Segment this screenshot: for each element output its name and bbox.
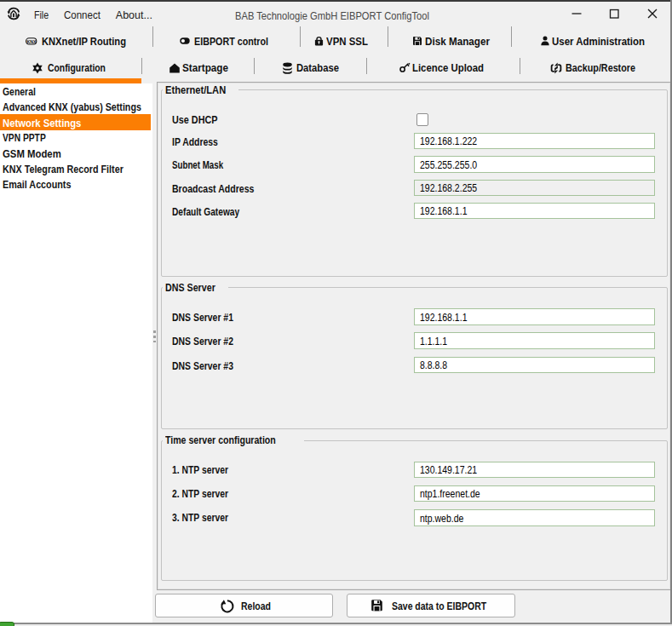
- svg-text:KNX: KNX: [27, 38, 37, 43]
